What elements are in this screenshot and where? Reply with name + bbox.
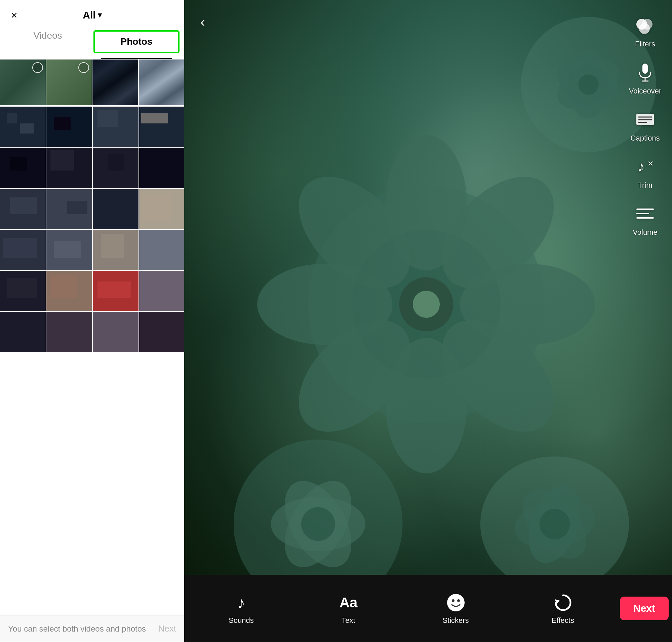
photo-grid-row2: [0, 60, 184, 107]
svg-rect-21: [47, 312, 92, 352]
captions-icon: [633, 107, 657, 131]
svg-rect-36: [54, 241, 81, 258]
svg-rect-27: [98, 110, 118, 127]
trim-icon: ♪ ✕: [633, 155, 657, 178]
svg-rect-75: [643, 64, 648, 74]
svg-rect-30: [50, 150, 74, 170]
pixelated-area: [0, 107, 184, 615]
svg-rect-28: [141, 113, 168, 124]
svg-rect-15: [139, 230, 184, 270]
svg-rect-19: [139, 271, 184, 311]
select-circle-5: [32, 62, 43, 73]
svg-rect-24: [7, 113, 17, 124]
text-tool[interactable]: Aa Text: [295, 592, 402, 625]
close-button[interactable]: ×: [7, 8, 22, 23]
svg-rect-7: [139, 147, 184, 188]
left-panel: × All ▾ Videos Photos: [0, 0, 184, 642]
svg-rect-25: [20, 124, 34, 133]
next-button-left[interactable]: Next: [158, 624, 176, 634]
svg-text:♪: ♪: [637, 158, 645, 175]
trim-tool[interactable]: ♪ ✕ Trim: [633, 155, 657, 190]
sounds-label: Sounds: [229, 616, 254, 625]
svg-point-87: [447, 594, 465, 612]
succulent-svg: [184, 0, 672, 575]
footer-hint: You can select both videos and photos: [8, 624, 146, 633]
tab-photos[interactable]: Photos: [92, 24, 181, 59]
voiceover-icon: [633, 61, 657, 84]
chevron-down-icon: ▾: [98, 11, 102, 20]
photo-cell-8[interactable]: [139, 60, 184, 105]
svg-point-89: [457, 599, 460, 602]
svg-point-52: [413, 291, 440, 318]
svg-rect-10: [93, 189, 139, 229]
svg-rect-34: [141, 194, 171, 221]
filters-label: Filters: [635, 40, 655, 49]
left-header: × All ▾: [0, 0, 184, 24]
select-circle-6: [78, 62, 89, 73]
svg-point-71: [540, 509, 570, 539]
tab-row: Videos Photos: [0, 24, 184, 60]
sounds-icon: ♪: [231, 592, 252, 613]
photos-tab-highlight: Photos: [93, 30, 180, 53]
svg-rect-29: [10, 157, 27, 170]
svg-rect-33: [67, 201, 87, 214]
volume-icon: [633, 202, 657, 225]
svg-rect-22: [93, 312, 139, 352]
next-button-right[interactable]: Next: [620, 596, 669, 620]
all-dropdown[interactable]: All ▾: [83, 10, 101, 21]
photo-cell-7[interactable]: [92, 60, 138, 105]
video-preview: ‹ Filters: [184, 0, 672, 575]
effects-icon: [552, 592, 574, 613]
sounds-tool[interactable]: ♪ Sounds: [188, 592, 295, 625]
filters-tool[interactable]: Filters: [633, 13, 657, 49]
left-footer: You can select both videos and photos Ne…: [0, 615, 184, 642]
svg-rect-40: [98, 282, 131, 298]
right-panel: ‹ Filters: [184, 0, 672, 642]
svg-point-88: [452, 599, 454, 602]
pixel-mosaic: [0, 107, 184, 615]
volume-tool[interactable]: Volume: [633, 202, 657, 237]
right-sidebar-tools: Filters Voiceover: [618, 0, 672, 250]
back-button[interactable]: ‹: [194, 13, 211, 30]
svg-point-65: [301, 507, 335, 541]
effects-label: Effects: [552, 616, 574, 625]
voiceover-tool[interactable]: Voiceover: [629, 61, 662, 95]
captions-tool[interactable]: Captions: [631, 107, 660, 143]
stickers-icon: [445, 592, 467, 613]
svg-rect-38: [7, 278, 37, 298]
photo-cell-5[interactable]: [0, 60, 46, 105]
svg-rect-23: [139, 312, 184, 352]
stickers-tool[interactable]: Stickers: [402, 592, 509, 625]
svg-point-60: [578, 74, 598, 94]
volume-label: Volume: [633, 228, 657, 237]
svg-rect-26: [54, 117, 70, 130]
effects-tool[interactable]: Effects: [509, 592, 617, 625]
svg-rect-20: [0, 312, 46, 352]
svg-rect-32: [10, 197, 37, 214]
bottom-bar: ♪ Sounds Aa Text Stickers: [184, 575, 672, 642]
svg-rect-37: [101, 234, 125, 258]
svg-rect-3: [139, 107, 184, 147]
svg-rect-35: [3, 238, 37, 258]
trim-label: Trim: [638, 181, 652, 190]
text-label: Text: [341, 616, 355, 625]
voiceover-label: Voiceover: [629, 87, 662, 95]
stickers-label: Stickers: [442, 616, 469, 625]
svg-point-74: [639, 23, 650, 34]
svg-rect-39: [50, 275, 77, 298]
svg-text:✕: ✕: [647, 159, 654, 168]
captions-label: Captions: [631, 134, 660, 143]
photo-cell-6[interactable]: [47, 60, 92, 105]
succulent-background: [184, 0, 672, 575]
filters-icon: [633, 13, 657, 37]
svg-rect-31: [107, 154, 125, 170]
tab-videos[interactable]: Videos: [3, 24, 92, 59]
text-icon: Aa: [338, 592, 359, 613]
